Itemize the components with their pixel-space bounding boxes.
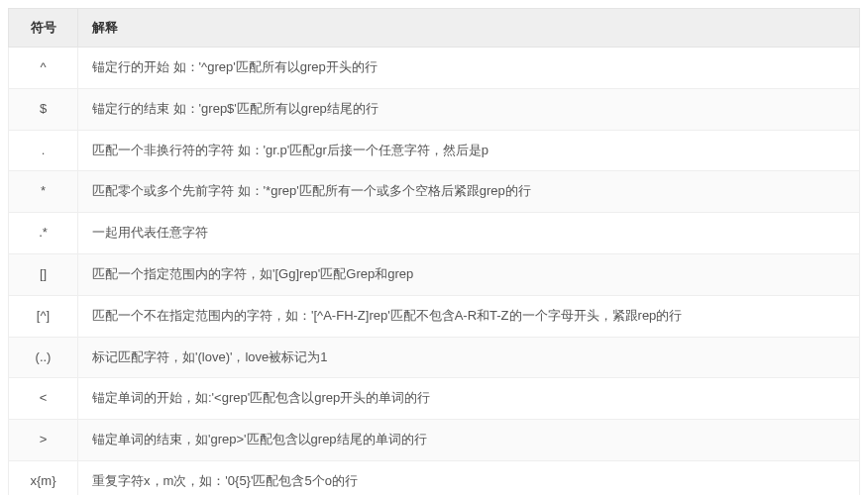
explanation-cell: 一起用代表任意字符 (78, 213, 860, 254)
table-row: $锚定行的结束 如：'grep$'匹配所有以grep结尾的行 (9, 88, 860, 130)
table-row: >锚定单词的结束，如'grep>'匹配包含以grep结尾的单词的行 (9, 420, 860, 461)
symbol-cell: (..) (9, 337, 78, 378)
table-row: [^]匹配一个不在指定范围内的字符，如：'[^A-FH-Z]rep'匹配不包含A… (9, 295, 860, 337)
explanation-cell: 匹配零个或多个先前字符 如：'*grep'匹配所有一个或多个空格后紧跟grep的… (78, 171, 860, 213)
symbol-cell: > (9, 420, 78, 461)
table-row: .*一起用代表任意字符 (9, 213, 860, 254)
symbol-cell: $ (9, 88, 78, 130)
header-symbol: 符号 (9, 9, 78, 48)
symbol-cell: x{m} (9, 460, 78, 495)
regex-symbol-table: 符号 解释 ^锚定行的开始 如：'^grep'匹配所有以grep开头的行$锚定行… (8, 8, 860, 495)
table-row: .匹配一个非换行符的字符 如：'gr.p'匹配gr后接一个任意字符，然后是p (9, 130, 860, 171)
table-row: ^锚定行的开始 如：'^grep'匹配所有以grep开头的行 (9, 48, 860, 89)
page-root: 符号 解释 ^锚定行的开始 如：'^grep'匹配所有以grep开头的行$锚定行… (8, 8, 860, 495)
symbol-cell: .* (9, 213, 78, 254)
explanation-cell: 匹配一个不在指定范围内的字符，如：'[^A-FH-Z]rep'匹配不包含A-R和… (78, 295, 860, 337)
explanation-cell: 重复字符x，m次，如：'0{5}'匹配包含5个o的行 (78, 460, 860, 495)
explanation-cell: 标记匹配字符，如'(love)'，love被标记为1 (78, 337, 860, 378)
table-header: 符号 解释 (9, 9, 860, 48)
symbol-cell: [] (9, 253, 78, 295)
table-body: ^锚定行的开始 如：'^grep'匹配所有以grep开头的行$锚定行的结束 如：… (9, 48, 860, 496)
table-row: *匹配零个或多个先前字符 如：'*grep'匹配所有一个或多个空格后紧跟grep… (9, 171, 860, 213)
symbol-cell: ^ (9, 48, 78, 89)
table-row: (..)标记匹配字符，如'(love)'，love被标记为1 (9, 337, 860, 378)
table-row: []匹配一个指定范围内的字符，如'[Gg]rep'匹配Grep和grep (9, 253, 860, 295)
explanation-cell: 锚定行的开始 如：'^grep'匹配所有以grep开头的行 (78, 48, 860, 89)
explanation-cell: 匹配一个指定范围内的字符，如'[Gg]rep'匹配Grep和grep (78, 253, 860, 295)
symbol-cell: [^] (9, 295, 78, 337)
table-row: <锚定单词的开始，如:'<grep'匹配包含以grep开头的单词的行 (9, 378, 860, 420)
symbol-cell: < (9, 378, 78, 420)
header-explanation: 解释 (78, 9, 860, 48)
explanation-cell: 锚定单词的结束，如'grep>'匹配包含以grep结尾的单词的行 (78, 420, 860, 461)
table-header-row: 符号 解释 (9, 9, 860, 48)
explanation-cell: 锚定单词的开始，如:'<grep'匹配包含以grep开头的单词的行 (78, 378, 860, 420)
explanation-cell: 匹配一个非换行符的字符 如：'gr.p'匹配gr后接一个任意字符，然后是p (78, 130, 860, 171)
symbol-cell: * (9, 171, 78, 213)
symbol-cell: . (9, 130, 78, 171)
table-row: x{m}重复字符x，m次，如：'0{5}'匹配包含5个o的行 (9, 460, 860, 495)
explanation-cell: 锚定行的结束 如：'grep$'匹配所有以grep结尾的行 (78, 88, 860, 130)
